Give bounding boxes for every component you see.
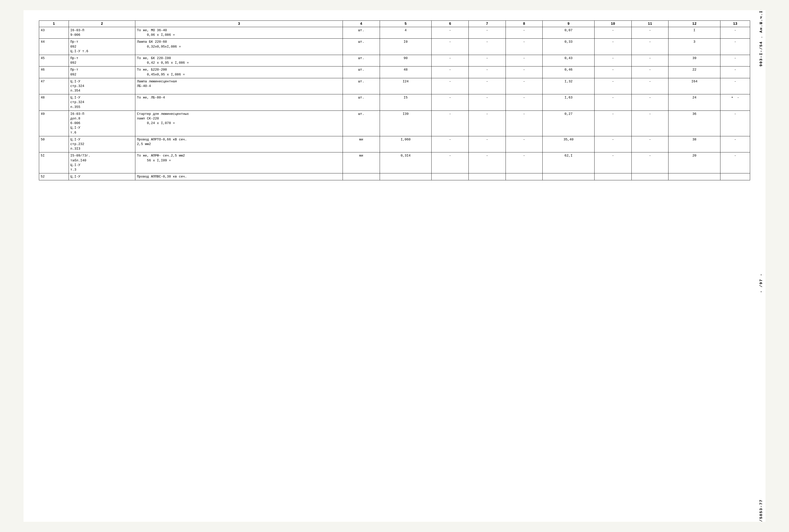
- table-row: 48Ц.I-У стр.324 п.355То же, ЛБ-80-4шт.I5…: [39, 94, 750, 111]
- cell-51-col2: I5-09/73г. табл.I40 Ц.I-У т.3: [69, 152, 135, 173]
- cell-47-col10: -: [595, 78, 632, 94]
- cell-44-col8: -: [506, 39, 543, 55]
- th-9: 9: [543, 21, 595, 27]
- cell-46-col2: Пр-т 092: [69, 66, 135, 78]
- th-13: 13: [720, 21, 750, 27]
- cell-44-col12: 3: [669, 39, 720, 55]
- cell-43-col8: -: [506, 27, 543, 39]
- cell-50-col7: -: [468, 136, 506, 152]
- side-text-right: 903-I-/54 . Ан.Ш.ч.I - /97 - /5853-77: [759, 10, 764, 522]
- cell-52-col2: Ц.I-У: [69, 173, 135, 180]
- cell-48-col10: -: [595, 94, 632, 111]
- cell-50-col11: -: [632, 136, 669, 152]
- cell-48-col6: -: [432, 94, 469, 111]
- cell-46-col1: 46: [39, 66, 69, 78]
- cell-43-col2: I6-03-П 9-006: [69, 27, 135, 39]
- cell-52-col6: [432, 173, 469, 180]
- th-5: 5: [380, 21, 432, 27]
- cell-49-col10: -: [595, 111, 632, 136]
- cell-43-col6: -: [432, 27, 469, 39]
- cell-50-col4: ми: [342, 136, 380, 152]
- cell-43-col10: -: [595, 27, 632, 39]
- cell-44-col4: шт.: [342, 39, 380, 55]
- cell-49-col6: -: [432, 111, 469, 136]
- th-1: 1: [39, 21, 69, 27]
- cell-51-col10: -: [595, 152, 632, 173]
- cell-49-col5: I39: [380, 111, 432, 136]
- cell-48-col9: I,63: [543, 94, 595, 111]
- th-2: 2: [69, 21, 135, 27]
- cell-47-col8: -: [506, 78, 543, 94]
- cell-52-col13: [720, 173, 750, 180]
- cell-47-col11: -: [632, 78, 669, 94]
- cell-44-col10: -: [595, 39, 632, 55]
- side-text-bottom: /5853-77: [759, 494, 764, 522]
- cell-47-col2: Ц.I-У стр.324 п.354: [69, 78, 135, 94]
- cell-50-col3: Провод АПРТО-0,66 кВ сеч. 2,5 мм2: [135, 136, 343, 152]
- cell-44-col2: Пр-т 092 Ц.I-У т.6: [69, 39, 135, 55]
- cell-47-col6: -: [432, 78, 469, 94]
- table-row: 50Ц.I-У стр.232 п.3I3Провод АПРТО-0,66 к…: [39, 136, 750, 152]
- th-10: 10: [595, 21, 632, 27]
- cell-51-col13: -: [720, 152, 750, 173]
- cell-46-col7: -: [468, 66, 506, 78]
- cell-47-col4: шт.: [342, 78, 380, 94]
- cell-45-col6: -: [432, 55, 469, 66]
- cell-48-col1: 48: [39, 94, 69, 111]
- th-7: 7: [468, 21, 506, 27]
- side-text-mid: - /97 -: [759, 273, 764, 293]
- cell-43-col13: -: [720, 27, 750, 39]
- th-4: 4: [342, 21, 380, 27]
- page-container: 903-I-/54 . Ан.Ш.ч.I - /97 - /5853-77: [0, 0, 789, 532]
- th-6: 6: [432, 21, 469, 27]
- cell-48-col2: Ц.I-У стр.324 п.355: [69, 94, 135, 111]
- cell-46-col8: -: [506, 66, 543, 78]
- cell-52-col4: [342, 173, 380, 180]
- cell-46-col12: 22: [669, 66, 720, 78]
- cell-45-col3: То же, БК 220-I00 0,42 x 0,95 x I,086 =: [135, 55, 343, 66]
- cell-44-col9: 0,33: [543, 39, 595, 55]
- cell-50-col10: -: [595, 136, 632, 152]
- header-row: 1 2 3 4 5 6 7 8 9 10 11 12 13: [39, 21, 750, 27]
- cell-49-col9: 0,27: [543, 111, 595, 136]
- cell-44-col13: -: [720, 39, 750, 55]
- cell-49-col13: -: [720, 111, 750, 136]
- cell-46-col10: -: [595, 66, 632, 78]
- cell-43-col5: 4: [380, 27, 432, 39]
- cell-44-col7: -: [468, 39, 506, 55]
- cell-51-col7: -: [468, 152, 506, 173]
- cell-46-col11: -: [632, 66, 669, 78]
- cell-45-col8: -: [506, 55, 543, 66]
- cell-44-col1: 44: [39, 39, 69, 55]
- th-8: 8: [506, 21, 543, 27]
- cell-45-col9: 0,43: [543, 55, 595, 66]
- cell-50-col8: -: [506, 136, 543, 152]
- cell-48-col4: шт.: [342, 94, 380, 111]
- cell-44-col5: I0: [380, 39, 432, 55]
- table-row: 44Пр-т 092 Ц.I-У т.6Лампа БК 220-60 0,32…: [39, 39, 750, 55]
- main-table: 1 2 3 4 5 6 7 8 9 10 11 12 13 43I6-03-П …: [39, 20, 750, 180]
- cell-52-col10: [595, 173, 632, 180]
- cell-50-col12: 38: [669, 136, 720, 152]
- cell-48-col7: -: [468, 94, 506, 111]
- cell-52-col8: [506, 173, 543, 180]
- cell-47-col12: I64: [669, 78, 720, 94]
- cell-45-col10: -: [595, 55, 632, 66]
- cell-43-col12: I: [669, 27, 720, 39]
- cell-52-col9: [543, 173, 595, 180]
- cell-45-col11: -: [632, 55, 669, 66]
- th-3: 3: [135, 21, 343, 27]
- cell-51-col5: 0,3I4: [380, 152, 432, 173]
- table-row: 45Пр-т 092То же, БК 220-I00 0,42 x 0,95 …: [39, 55, 750, 66]
- cell-48-col13: • -: [720, 94, 750, 111]
- cell-49-col1: 49: [39, 111, 69, 136]
- cell-46-col5: 48: [380, 66, 432, 78]
- cell-49-col12: 36: [669, 111, 720, 136]
- cell-48-col8: -: [506, 94, 543, 111]
- cell-48-col5: I5: [380, 94, 432, 111]
- cell-46-col9: 0,46: [543, 66, 595, 78]
- cell-49-col4: шт.: [342, 111, 380, 136]
- cell-46-col6: -: [432, 66, 469, 78]
- cell-50-col13: -: [720, 136, 750, 152]
- cell-50-col1: 50: [39, 136, 69, 152]
